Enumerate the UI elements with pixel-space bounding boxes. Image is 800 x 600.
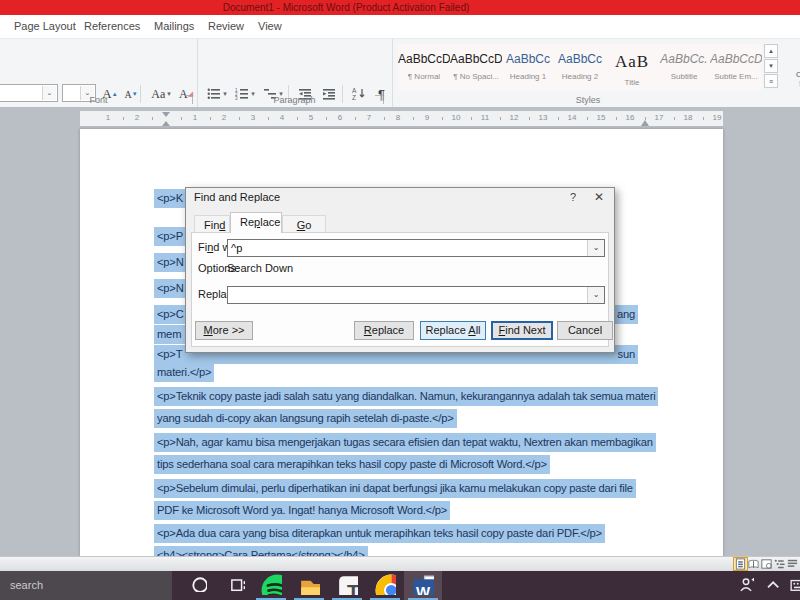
- style--normal[interactable]: AaBbCcDc ¶ Normal: [398, 44, 450, 90]
- outline-view-button[interactable]: [773, 558, 786, 570]
- replace-with-dropdown-icon[interactable]: ⌄: [587, 287, 604, 303]
- dialog-tab-page: Find what: ^p ⌄ Options: Search Down Rep…: [191, 232, 609, 347]
- document-text-line[interactable]: <p>Teknik copy paste jadi salah satu yan…: [154, 387, 658, 406]
- t-app-icon: T: [336, 573, 358, 599]
- font-dialog-launcher[interactable]: [184, 95, 193, 104]
- document-text-line[interactable]: materi.</p>: [154, 363, 214, 382]
- cortana-button[interactable]: [180, 571, 218, 600]
- ruler-number: 14: [568, 113, 577, 122]
- ruler-tick: [413, 117, 414, 120]
- ruler-number: 19: [713, 113, 722, 122]
- change-styles-button[interactable]: A Change Styles: [786, 43, 800, 88]
- styles-scroll-up-button[interactable]: ▴: [764, 44, 778, 58]
- ruler-tick: [123, 117, 124, 120]
- styles-gallery-expand-button[interactable]: ≡: [764, 74, 778, 88]
- style-label: Heading 1: [502, 72, 554, 81]
- style-label: Subtitle: [658, 72, 710, 81]
- spotify-taskbar-button[interactable]: [252, 571, 290, 600]
- task-view-button[interactable]: [218, 571, 256, 600]
- document-text-line[interactable]: <p>Sebelum dimulai, perlu diperhatikan i…: [154, 479, 636, 498]
- selected-text: <p>Nah, agar kamu bisa mengerjakan tugas…: [157, 433, 653, 452]
- selected-text: mem: [157, 325, 181, 344]
- file-explorer-taskbar-button[interactable]: [290, 571, 328, 600]
- cancel-button[interactable]: Cancel: [557, 321, 613, 340]
- styles-scroll-down-button[interactable]: ▾: [764, 59, 778, 73]
- document-text-line[interactable]: <p>Nah, agar kamu bisa mengerjakan tugas…: [154, 433, 656, 452]
- ruler-number: 1: [193, 113, 197, 122]
- print-layout-view-button[interactable]: [734, 558, 747, 570]
- show-hidden-icons-tray-button[interactable]: [760, 571, 784, 600]
- more--button[interactable]: More >>: [195, 321, 253, 340]
- dialog-tab-go-to[interactable]: Go To: [282, 215, 326, 233]
- ruler-number: 17: [655, 113, 664, 122]
- full-screen-reading-view-button[interactable]: [747, 558, 760, 570]
- style-preview: AaBbCcDc: [398, 52, 450, 66]
- ruler-tick: [326, 117, 327, 120]
- dialog-close-button[interactable]: ✕: [588, 189, 610, 205]
- selected-text: <p>C: [157, 305, 184, 324]
- replace-button[interactable]: Replace: [354, 321, 414, 340]
- document-text-line[interactable]: <p>Ada dua cara yang bisa diterapkan unt…: [154, 524, 605, 543]
- ruler-number: 1: [106, 113, 110, 122]
- ruler-tick: [703, 117, 704, 120]
- text-app-taskbar-button[interactable]: T: [328, 571, 366, 600]
- ruler-number: 3: [251, 113, 255, 122]
- ruler-tick: [268, 117, 269, 120]
- selected-text: ang: [617, 305, 635, 324]
- style--no-spaci-[interactable]: AaBbCcDc ¶ No Spaci...: [450, 44, 502, 90]
- find-what-dropdown-icon[interactable]: ⌄: [587, 240, 604, 256]
- ruler-tick: [616, 117, 617, 120]
- find-next-button[interactable]: Find Next: [491, 321, 553, 340]
- selected-text: <p>P: [157, 227, 183, 246]
- ruler-number: 9: [425, 113, 429, 122]
- taskbar-search-input[interactable]: search: [0, 571, 172, 600]
- tab-view[interactable]: View: [254, 15, 286, 38]
- style-subtitle[interactable]: AaBbCc. Subtitle: [658, 44, 710, 90]
- find-what-input[interactable]: ^p ⌄: [227, 239, 605, 257]
- dialog-tab-find[interactable]: Find: [194, 215, 230, 233]
- dialog-help-button[interactable]: ?: [562, 189, 584, 205]
- word-status-bar: [0, 556, 800, 571]
- document-text-line[interactable]: tips sederhana soal cara merapihkan teks…: [154, 455, 550, 474]
- chrome-taskbar-button[interactable]: [366, 571, 404, 600]
- tab-mailings[interactable]: Mailings: [150, 15, 198, 38]
- draft-view-button[interactable]: [786, 558, 799, 570]
- tab-page-layout[interactable]: Page Layout: [10, 15, 80, 38]
- ruler-number: 8: [396, 113, 400, 122]
- selected-text: yang sudah di-copy akan langsung rapih s…: [157, 409, 454, 428]
- dialog-tab-replace[interactable]: Replace: [230, 212, 282, 233]
- replace-all-button[interactable]: Replace All: [420, 321, 486, 340]
- paragraph-dialog-launcher[interactable]: [375, 95, 384, 104]
- style-heading-2[interactable]: AaBbCc Heading 2: [554, 44, 606, 90]
- style-heading-1[interactable]: AaBbCc Heading 1: [502, 44, 554, 90]
- touch-keyboard-icon: [790, 576, 800, 596]
- horizontal-ruler[interactable]: 2112345678910111213141516171819: [80, 111, 723, 126]
- touch-keyboard-tray-button[interactable]: [786, 571, 800, 600]
- style-subtle-em-[interactable]: AaBbCcDc Subtle Em...: [710, 44, 762, 90]
- styles-group-label: Styles: [392, 95, 784, 105]
- ruler-tick: [587, 117, 588, 120]
- ruler-number: 7: [367, 113, 371, 122]
- tab-references[interactable]: References: [80, 15, 144, 38]
- selected-text: materi.</p>: [157, 363, 211, 382]
- window-title: Document1 - Microsoft Word (Product Acti…: [223, 2, 470, 13]
- left-indent-marker[interactable]: [162, 112, 170, 125]
- replace-with-input[interactable]: ⌄: [227, 286, 605, 304]
- change-styles-icon: A: [786, 43, 800, 66]
- web-layout-view-button[interactable]: [760, 558, 773, 570]
- style-title[interactable]: AaB Title: [606, 44, 658, 90]
- word-taskbar-button[interactable]: W: [404, 571, 442, 600]
- tab-review[interactable]: Review: [204, 15, 248, 38]
- ruler-number: 2: [222, 113, 226, 122]
- spotify-icon: [260, 573, 282, 599]
- document-text-line[interactable]: <h4><strong>Cara Pertama</strong></h4>: [154, 546, 368, 556]
- word-icon: W: [412, 573, 434, 599]
- document-text-line[interactable]: yang sudah di-copy akan langsung rapih s…: [154, 409, 457, 428]
- options-value: Search Down: [227, 262, 293, 274]
- people-tray-button[interactable]: [734, 571, 758, 600]
- ruler-tick: [500, 117, 501, 120]
- taskbar: search TW: [0, 571, 800, 600]
- right-indent-marker[interactable]: [641, 116, 649, 126]
- document-text-line[interactable]: PDF ke Microsoft Word ya. Ingat! hanya M…: [154, 501, 450, 520]
- selected-text: <p>K: [157, 189, 183, 208]
